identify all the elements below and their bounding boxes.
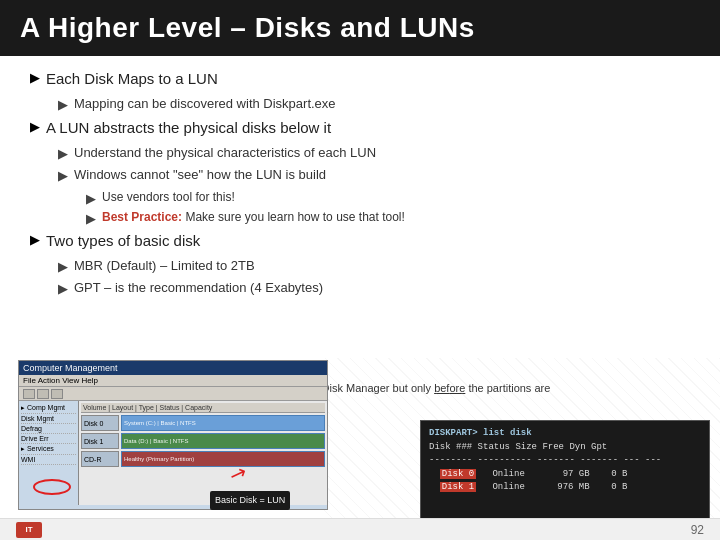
footer-left: IT — [16, 522, 42, 538]
diskpart-disk1-highlight: Disk 1 — [440, 482, 476, 492]
diskpart-separator: -------- ---------- ------- ------- --- … — [429, 454, 701, 468]
disk-mgr-tree-6: WMI — [21, 455, 76, 465]
disk-partition-3: Healthy (Primary Partition) — [121, 451, 325, 467]
bullet-2-sub2b: ▶ Best Practice: Make sure you learn how… — [86, 209, 690, 226]
bullet-2-text: A LUN abstracts the physical disks below… — [46, 117, 331, 138]
bullet-3: ▶ Two types of basic disk — [30, 230, 690, 251]
disk-mgr-column-header: Volume | Layout | Type | Status | Capaci… — [81, 403, 325, 413]
disk-mgr-tree-3: Defrag — [21, 424, 76, 434]
disk-label-1: Disk 0 — [81, 415, 119, 431]
disk-mgr-menu: File Action View Help — [19, 375, 327, 387]
bullet-3-sub1-text: MBR (Default) – Limited to 2TB — [74, 257, 255, 275]
bullet-2-sub2b-text: Best Practice: Make sure you learn how t… — [102, 209, 405, 226]
bullet-1-sub1: ▶ Mapping can be discovered with Diskpar… — [58, 95, 690, 113]
toolbar-btn-1[interactable] — [23, 389, 35, 399]
slide-title: A Higher Level – Disks and LUNs — [0, 0, 720, 56]
disk-mgr-toolbar — [19, 387, 327, 401]
bullet-3-text: Two types of basic disk — [46, 230, 200, 251]
screenshot-caption: in Disk Manager but only before the part… — [310, 381, 700, 395]
disk-partition-2: Data (D:) | Basic | NTFS — [121, 433, 325, 449]
disk-mgr-tree-5: ▸ Services — [21, 444, 76, 455]
disk-mgr-tree-2: Disk Mgmt — [21, 414, 76, 424]
disk-mgr-right-panel: Volume | Layout | Type | Status | Capaci… — [79, 401, 327, 505]
diskpart-screenshot: DISKPART> list disk Disk ### Status Size… — [420, 420, 710, 530]
arrow-icon-2-2: ▶ — [58, 168, 68, 183]
toolbar-btn-3[interactable] — [51, 389, 63, 399]
basic-disk-text: Basic Disk = LUN — [215, 495, 285, 505]
disk-mgr-tree-1: ▸ Comp Mgmt — [21, 403, 76, 414]
arrow-icon-2-2b: ▶ — [86, 211, 96, 226]
footer-page-number: 92 — [691, 523, 704, 537]
arrow-icon-3: ▶ — [30, 232, 40, 247]
bullet-2: ▶ A LUN abstracts the physical disks bel… — [30, 117, 690, 138]
best-practice-label: Best Practice: — [102, 210, 182, 224]
bullet-2-sub2: ▶ Windows cannot "see" how the LUN is bu… — [58, 166, 690, 184]
slide: A Higher Level – Disks and LUNs ▶ Each D… — [0, 0, 720, 540]
bullet-2-sub1-text: Understand the physical characteristics … — [74, 144, 376, 162]
diskpart-disk0-highlight: Disk 0 — [440, 469, 476, 479]
footer-logo-text: IT — [25, 525, 32, 534]
bullet-3-sub1: ▶ MBR (Default) – Limited to 2TB — [58, 257, 690, 275]
arrow-icon-3-2: ▶ — [58, 281, 68, 296]
disk-row-2: Disk 1 Data (D:) | Basic | NTFS — [81, 433, 325, 449]
arrow-icon-3-1: ▶ — [58, 259, 68, 274]
disk-row-1: Disk 0 System (C:) | Basic | NTFS — [81, 415, 325, 431]
toolbar-btn-2[interactable] — [37, 389, 49, 399]
disk-partition-1: System (C:) | Basic | NTFS — [121, 415, 325, 431]
disk-mgr-titlebar: Computer Management — [19, 361, 327, 375]
bullet-2-sub2a-text: Use vendors tool for this! — [102, 189, 235, 206]
disk-manager-screenshot: Computer Management File Action View Hel… — [18, 360, 328, 510]
disk-label-2: Disk 1 — [81, 433, 119, 449]
diskpart-row-1: Disk 0 Online 97 GB 0 B — [429, 468, 701, 482]
disk-mgr-tree-4: Drive Err — [21, 434, 76, 444]
arrow-icon-2-2a: ▶ — [86, 191, 96, 206]
bullet-2-sub2a: ▶ Use vendors tool for this! — [86, 189, 690, 206]
footer-logo: IT — [16, 522, 42, 538]
bullet-2-sub2-text: Windows cannot "see" how the LUN is buil… — [74, 166, 326, 184]
basic-disk-lun-label: Basic Disk = LUN — [210, 491, 290, 510]
bullet-3-sub2-text: GPT – is the recommendation (4 Exabytes) — [74, 279, 323, 297]
diskpart-row-2: Disk 1 Online 976 MB 0 B — [429, 481, 701, 495]
diskpart-column-header: Disk ### Status Size Free Dyn Gpt — [429, 441, 701, 455]
caption-text: in Disk Manager but only before the part… — [310, 382, 550, 394]
slide-content: ▶ Each Disk Maps to a LUN ▶ Mapping can … — [0, 56, 720, 311]
disk-circle-annotation — [33, 479, 71, 495]
bullet-1-text: Each Disk Maps to a LUN — [46, 68, 218, 89]
bullet-3-sub2: ▶ GPT – is the recommendation (4 Exabyte… — [58, 279, 690, 297]
bullet-2-sub1: ▶ Understand the physical characteristic… — [58, 144, 690, 162]
slide-footer: IT 92 — [0, 518, 720, 540]
disk-label-3: CD-R — [81, 451, 119, 467]
bullet-1: ▶ Each Disk Maps to a LUN — [30, 68, 690, 89]
disk-mgr-body: ▸ Comp Mgmt Disk Mgmt Defrag Drive Err ▸… — [19, 401, 327, 505]
caption-underline: before — [434, 382, 465, 394]
arrow-icon-1-1: ▶ — [58, 97, 68, 112]
disk-row-3: CD-R Healthy (Primary Partition) — [81, 451, 325, 467]
arrow-icon-2-1: ▶ — [58, 146, 68, 161]
bullet-1-sub1-text: Mapping can be discovered with Diskpart.… — [74, 95, 336, 113]
arrow-icon-1: ▶ — [30, 70, 40, 85]
diskpart-command: DISKPART> list disk — [429, 427, 701, 441]
arrow-icon-2: ▶ — [30, 119, 40, 134]
